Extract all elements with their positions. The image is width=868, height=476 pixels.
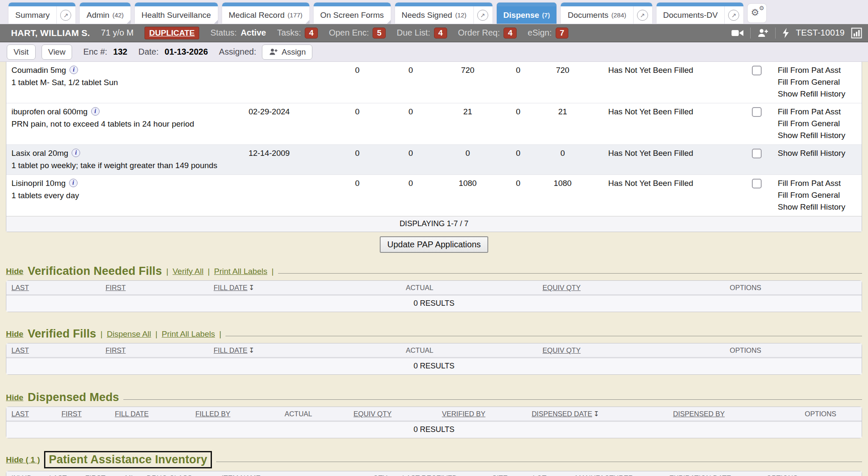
fill-checkbox[interactable] (752, 107, 762, 117)
tab-health-surveillance[interactable]: Health Surveillance (135, 3, 218, 24)
column-header-last-received: LAST RECEIVED (397, 471, 487, 476)
tab-documents[interactable]: Documents(284) ↗ (561, 3, 652, 24)
column-header-dispensed-by[interactable]: DISPENSED BY (618, 407, 779, 421)
divider: | (156, 329, 158, 339)
tab-medical-record[interactable]: Medical Record(177) (222, 3, 309, 24)
bar-chart-icon[interactable] (851, 28, 862, 39)
tab-label: Health Surveillance (142, 11, 211, 20)
column-header-first[interactable]: FIRST (80, 471, 120, 476)
tab-count: (177) (288, 11, 303, 19)
order-req-count-badge[interactable]: 4 (504, 28, 517, 39)
tab-accent-strip (497, 3, 557, 6)
hide-link[interactable]: Hide (6, 267, 23, 276)
show-refill-history-link[interactable]: Show Refill History (778, 89, 862, 99)
column-header-equiv-qty[interactable]: EQUIV QTY (494, 343, 629, 357)
column-header-options: OPTIONS (761, 471, 862, 476)
assign-button-label: Assign (281, 47, 306, 57)
spacer (587, 175, 608, 216)
hide-link[interactable]: Hide ( 1 ) (6, 455, 40, 465)
column-header-last[interactable]: LAST (6, 407, 56, 421)
esign-count-badge[interactable]: 7 (556, 28, 569, 39)
fill-from-general-link[interactable]: Fill From General (778, 191, 862, 200)
column-header-fill-date[interactable]: FILL DATE↧ (209, 281, 345, 294)
column-header-verified-by[interactable]: VERIFIED BY (415, 407, 512, 421)
lightning-icon[interactable] (782, 28, 790, 39)
show-refill-history-link[interactable]: Show Refill History (778, 131, 862, 140)
duplicate-badge[interactable]: DUPLICATE (145, 27, 199, 39)
column-header-last[interactable]: LAST (6, 343, 100, 357)
fill-from-pat-asst-link[interactable]: Fill From Pat Asst (778, 107, 862, 116)
tab-dispense[interactable]: Dispense(7) (497, 3, 557, 24)
info-icon[interactable]: i (72, 149, 80, 157)
open-enc-count-badge[interactable]: 5 (373, 28, 386, 39)
sort-desc-icon: ↧ (249, 347, 254, 354)
column-header-qty[interactable]: QTY (368, 471, 397, 476)
med-sig: PRN pain, not to exceed 4 tablets in 24 … (11, 119, 235, 129)
column-header-manufacturer[interactable]: MANUFACTURER (570, 471, 664, 476)
print-all-labels-link[interactable]: Print All Labels (214, 267, 267, 276)
fill-from-pat-asst-link[interactable]: Fill From Pat Asst (778, 179, 862, 188)
patient-header-bar: HART, WILLIAM S. 71 y/o M DUPLICATE Stat… (0, 24, 868, 42)
hide-link[interactable]: Hide (6, 329, 23, 339)
esign-label: eSign: (528, 28, 552, 38)
column-header-equiv-qty[interactable]: EQUIV QTY (330, 407, 415, 421)
verify-all-link[interactable]: Verify All (172, 267, 203, 276)
show-refill-history-link[interactable]: Show Refill History (778, 149, 862, 158)
column-header-fill-date[interactable]: FILL DATE↧ (209, 343, 345, 357)
due-list-count-badge[interactable]: 4 (434, 28, 447, 39)
column-header-mi[interactable]: MI (120, 471, 142, 476)
info-icon[interactable]: i (69, 179, 78, 187)
column-header-item-name[interactable]: ITEM NAME (217, 471, 368, 476)
tab-summary[interactable]: Summary ↗ (8, 3, 75, 24)
column-header-first[interactable]: FIRST (100, 343, 209, 357)
med-name: Lisinopril 10mg (11, 179, 66, 188)
add-person-icon[interactable] (757, 28, 769, 38)
fill-from-pat-asst-link[interactable]: Fill From Pat Asst (778, 66, 862, 75)
column-header-inv-id[interactable]: INV ID (6, 471, 44, 476)
fill-from-general-link[interactable]: Fill From General (778, 77, 862, 87)
section-title: Verification Needed Fills (28, 265, 162, 278)
fill-checkbox[interactable] (752, 149, 762, 158)
column-header-drug-class: DRUG CLASS (142, 471, 217, 476)
fill-checkbox[interactable] (752, 66, 762, 75)
visit-button[interactable]: Visit (7, 44, 36, 60)
dispense-all-link[interactable]: Dispense All (107, 329, 151, 339)
print-all-labels-link[interactable]: Print All Labels (162, 329, 215, 339)
tab-settings-button[interactable]: ⚙ ⚙ (748, 4, 766, 22)
tasks-count-badge[interactable]: 4 (305, 28, 318, 39)
tab-on-screen-forms[interactable]: On Screen Forms (314, 3, 391, 24)
column-header-first[interactable]: FIRST (100, 281, 209, 294)
tab-needs-signed[interactable]: Needs Signed(12) ↗ (395, 3, 492, 24)
tab-label: On Screen Forms (320, 11, 384, 20)
gear-icon: ⚙ (759, 5, 765, 11)
verification-needed-fills-header: Hide Verification Needed Fills | Verify … (6, 265, 862, 278)
med-name-cell: ibuprofen oral 600mgi PRN pain, not to e… (6, 103, 235, 144)
assign-button[interactable]: Assign (262, 44, 312, 60)
divider: | (100, 329, 103, 339)
hide-link[interactable]: Hide (6, 393, 23, 402)
show-refill-history-link[interactable]: Show Refill History (778, 202, 862, 212)
fill-from-general-link[interactable]: Fill From General (778, 119, 862, 128)
column-header-filled-by[interactable]: FILLED BY (190, 407, 267, 421)
video-call-icon[interactable] (731, 28, 744, 38)
tab-admin[interactable]: Admin(42) (80, 3, 131, 24)
med-qty-4: 0 (498, 145, 538, 174)
med-sig: 1 tablets every day (11, 191, 235, 200)
column-header-dispensed-date[interactable]: DISPENSED DATE↧ (512, 407, 618, 421)
column-header-options: OPTIONS (779, 407, 862, 421)
column-header-site[interactable]: SITE (487, 471, 528, 476)
column-header-lot[interactable]: LOT (528, 471, 570, 476)
column-header-last[interactable]: LAST (6, 281, 100, 294)
enc-number-value: 132 (113, 47, 127, 57)
info-icon[interactable]: i (91, 107, 100, 116)
column-header-expiration-date[interactable]: EXPIRATION DATE (664, 471, 761, 476)
update-pap-applications-button[interactable]: Update PAP Applications (380, 236, 489, 253)
tab-documents-dv[interactable]: Documents-DV ↗ (657, 3, 744, 24)
column-header-last[interactable]: LAST (44, 471, 80, 476)
view-button[interactable]: View (42, 44, 72, 60)
column-header-fill-date[interactable]: FILL DATE (110, 407, 190, 421)
info-icon[interactable]: i (70, 66, 78, 74)
fill-checkbox[interactable] (752, 179, 762, 188)
column-header-first[interactable]: FIRST (56, 407, 110, 421)
column-header-equiv-qty[interactable]: EQUIV QTY (494, 281, 629, 294)
